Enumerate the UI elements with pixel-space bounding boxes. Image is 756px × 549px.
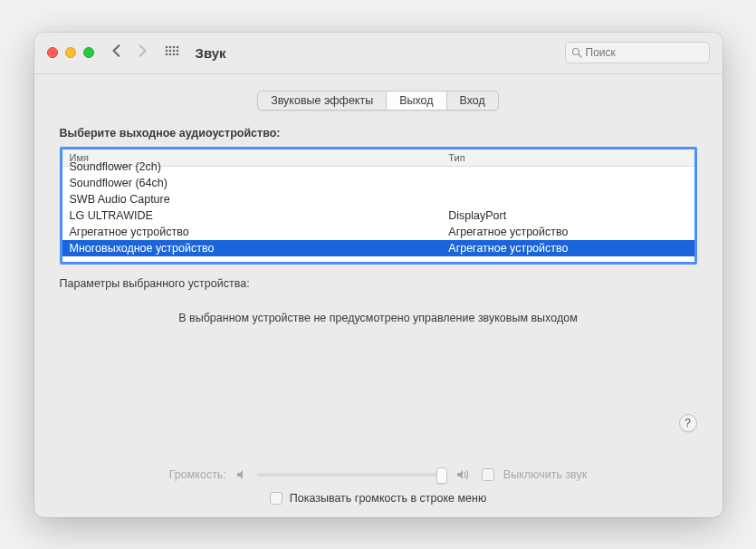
show-all-icon[interactable] <box>165 45 179 60</box>
menubar-label: Показывать громкость в строке меню <box>290 492 487 505</box>
back-button[interactable] <box>110 44 123 61</box>
device-name: Многовыходное устройство <box>62 240 442 256</box>
tab-bar: Звуковые эффекты Выход Вход <box>257 91 499 111</box>
svg-point-10 <box>172 53 175 56</box>
device-name: Soundflower (64ch) <box>62 175 442 191</box>
device-type: DisplayPort <box>441 207 694 224</box>
svg-point-9 <box>168 53 171 56</box>
close-icon[interactable] <box>47 47 58 58</box>
device-list[interactable]: Имя Тип Soundflower (2ch)Soundflower (64… <box>60 147 697 265</box>
svg-point-4 <box>165 50 167 53</box>
menubar-row: Показывать громкость в строке меню <box>60 492 697 505</box>
tab-effects[interactable]: Звуковые эффекты <box>258 92 387 110</box>
svg-point-3 <box>176 46 178 49</box>
titlebar: Звук <box>34 33 723 74</box>
tab-input[interactable]: Вход <box>447 92 498 110</box>
svg-point-5 <box>168 50 171 53</box>
window-controls <box>47 47 94 58</box>
device-type <box>441 191 694 207</box>
svg-point-6 <box>172 50 175 53</box>
choose-device-label: Выберите выходное аудиоустройство: <box>60 127 697 140</box>
nav-buttons <box>110 44 148 61</box>
menubar-checkbox[interactable] <box>270 492 282 505</box>
svg-point-8 <box>165 53 167 56</box>
params-label: Параметры выбранного устройства: <box>60 277 697 290</box>
volume-row: Громкость: Выключить звук <box>60 468 697 481</box>
svg-line-13 <box>579 54 581 57</box>
device-type <box>441 175 694 191</box>
device-type: Агрегатное устройство <box>441 224 694 240</box>
device-name: LG ULTRAWIDE <box>62 207 442 224</box>
table-row[interactable]: Многовыходное устройствоАгрегатное устро… <box>62 240 694 256</box>
speaker-low-icon <box>235 468 248 481</box>
minimize-icon[interactable] <box>65 47 76 58</box>
speaker-high-icon <box>456 468 473 481</box>
svg-point-2 <box>172 46 175 49</box>
mute-label: Выключить звук <box>503 468 587 481</box>
device-name: Агрегатное устройство <box>62 224 442 240</box>
search-icon <box>571 47 582 58</box>
svg-point-12 <box>572 49 579 55</box>
svg-point-7 <box>176 50 178 53</box>
forward-button[interactable] <box>136 44 148 61</box>
table-body: Soundflower (2ch)Soundflower (64ch)SWB A… <box>62 167 694 256</box>
svg-point-11 <box>176 53 178 56</box>
device-name: SWB Audio Capture <box>62 191 442 207</box>
zoom-icon[interactable] <box>83 47 94 58</box>
svg-point-1 <box>168 46 171 49</box>
table-row[interactable]: Soundflower (64ch) <box>62 175 694 191</box>
window-title: Звук <box>196 45 565 61</box>
preferences-window: Звук Звуковые эффекты Выход Вход Выберит… <box>34 33 723 517</box>
table-row[interactable]: LG ULTRAWIDEDisplayPort <box>62 207 694 224</box>
device-name: Soundflower (2ch) <box>62 159 442 175</box>
table-row[interactable]: SWB Audio Capture <box>62 191 694 207</box>
mute-checkbox[interactable] <box>482 468 494 481</box>
device-type: Агрегатное устройство <box>441 240 694 256</box>
help-button[interactable]: ? <box>679 414 697 432</box>
volume-slider[interactable] <box>257 473 447 477</box>
volume-label: Громкость: <box>169 468 226 481</box>
tab-output[interactable]: Выход <box>387 92 446 110</box>
table-row[interactable]: Агрегатное устройствоАгрегатное устройст… <box>62 224 694 240</box>
help-row: ? <box>60 414 697 432</box>
search-input[interactable] <box>586 46 703 59</box>
device-type <box>441 159 694 175</box>
search-field[interactable] <box>565 42 710 63</box>
table-row[interactable]: Soundflower (2ch) <box>62 167 694 175</box>
svg-point-0 <box>165 46 167 49</box>
no-controls-message: В выбранном устройстве не предусмотрено … <box>60 312 697 324</box>
content-area: Звуковые эффекты Выход Вход Выберите вых… <box>34 74 723 517</box>
